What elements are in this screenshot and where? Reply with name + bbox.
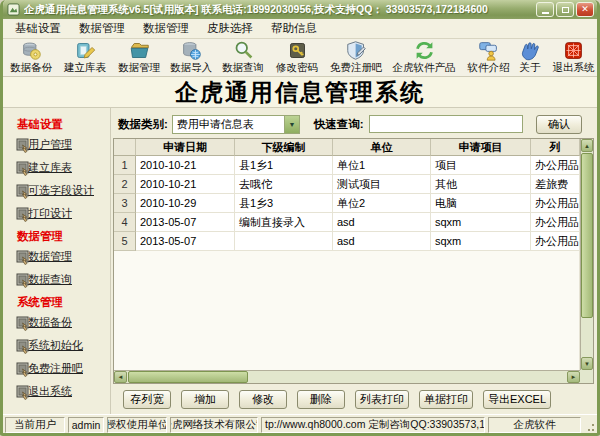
table-row[interactable]: 42013-05-07编制直接录入asdsqxm办公用品 — [114, 213, 580, 232]
sidebar-item-系统初始化[interactable]: 系统初始化 — [16, 334, 110, 357]
table-cell: 单位1 — [333, 156, 431, 175]
menu-item-2[interactable]: 数据管理 — [70, 19, 134, 38]
chevron-down-icon[interactable]: ▼ — [284, 116, 299, 133]
search-icon — [233, 40, 254, 61]
create-table-icon — [75, 40, 96, 61]
action-button-存列宽[interactable]: 存列宽 — [123, 390, 171, 409]
column-header[interactable]: 列 — [531, 139, 580, 156]
horizontal-scrollbar[interactable]: ◄ ► — [114, 370, 580, 383]
sidebar-item-label[interactable]: 数据管理 — [28, 249, 72, 264]
close-button[interactable]: ✕ — [576, 2, 594, 17]
table-row[interactable]: 12010-10-21县1乡1单位1项目办公用品 — [114, 156, 580, 175]
sidebar-item-建立库表[interactable]: 建立库表 — [16, 156, 110, 179]
sidebar-item-label[interactable]: 系统初始化 — [28, 338, 83, 353]
column-header[interactable] — [114, 139, 136, 156]
minimize-button[interactable] — [536, 2, 554, 17]
sidebar-item-label[interactable]: 建立库表 — [28, 160, 72, 175]
table-cell: 差旅费 — [531, 175, 580, 194]
table-cell: 2010-10-21 — [136, 156, 235, 175]
grid-table: 申请日期下级编制单位申请项目列12010-10-21县1乡1单位1项目办公用品2… — [114, 139, 580, 370]
app-window: 企虎通用信息管理系统v6.5[试用版本] 联系电话:18992030956,技术… — [0, 0, 600, 436]
action-button-单据打印[interactable]: 单据打印 — [419, 390, 473, 409]
scroll-up-icon[interactable]: ▲ — [581, 139, 593, 152]
sidebar-item-label[interactable]: 免费注册吧 — [28, 361, 83, 376]
horizontal-scroll-thumb[interactable] — [128, 371, 248, 383]
table-cell: sqxm — [431, 232, 531, 251]
sidebar-item-label[interactable]: 可选字段设计 — [28, 183, 94, 198]
sidebar-item-label[interactable]: 用户管理 — [28, 137, 72, 152]
vertical-scrollbar[interactable]: ▲ ▼ — [580, 139, 593, 370]
sidebar-item-数据查询[interactable]: 数据查询 — [16, 268, 110, 291]
confirm-button[interactable]: 确认 — [536, 115, 582, 134]
status-cell-2: admin — [68, 417, 104, 433]
table-cell: 测试项目 — [333, 175, 431, 194]
banner: 企虎通用信息管理系统 — [3, 77, 597, 108]
hand-click-icon — [16, 272, 28, 288]
vertical-scroll-thumb[interactable] — [581, 153, 593, 318]
sidebar-item-label[interactable]: 数据备份 — [28, 315, 72, 330]
action-button-导出EXCEL[interactable]: 导出EXCEL — [483, 390, 551, 409]
menu-item-1[interactable]: 基础设置 — [6, 19, 70, 38]
toolbar-button-create-table[interactable]: 建立库表 — [59, 40, 111, 75]
sidebar-item-label[interactable]: 打印设计 — [28, 206, 72, 221]
toolbar-button-search[interactable]: 数据查询 — [217, 40, 269, 75]
table-cell: 办公用品 — [531, 213, 580, 232]
toolbar-button-register-shield[interactable]: 免费注册吧 — [325, 40, 388, 75]
table-row[interactable]: 32010-10-29县1乡3单位2电脑办公用品 — [114, 194, 580, 213]
toolbar-button-exit[interactable]: 退出系统 — [548, 40, 600, 75]
data-grid: 申请日期下级编制单位申请项目列12010-10-21县1乡1单位1项目办公用品2… — [113, 138, 594, 384]
toolbar-button-folder-manage[interactable]: 数据管理 — [113, 40, 165, 75]
column-header[interactable]: 申请日期 — [136, 139, 235, 156]
scroll-left-icon[interactable]: ◄ — [114, 371, 127, 383]
table-cell: 县1乡3 — [235, 194, 333, 213]
menu-item-5[interactable]: 帮助信息 — [262, 19, 326, 38]
action-button-修改[interactable]: 修改 — [239, 390, 287, 409]
menu-item-4[interactable]: 皮肤选择 — [198, 19, 262, 38]
toolbar-button-label: 退出系统 — [553, 61, 595, 75]
toolbar-button-key-password[interactable]: 修改密码 — [271, 40, 323, 75]
maximize-button[interactable] — [556, 2, 574, 17]
category-select[interactable]: 费用申请信息表 ▼ — [172, 115, 300, 134]
sidebar: 基础设置用户管理建立库表可选字段设计打印设计数据管理数据管理数据查询系统管理数据… — [3, 108, 111, 414]
table-cell: asd — [333, 213, 431, 232]
table-cell: 3 — [114, 194, 136, 213]
toolbar-button-about-hand[interactable]: 关于 — [515, 40, 546, 75]
status-cell-1: 当前用户 — [5, 417, 65, 433]
toolbar-button-chat-intro[interactable]: 软件介绍 — [463, 40, 515, 75]
scroll-right-icon[interactable]: ► — [567, 371, 580, 383]
action-button-增加[interactable]: 增加 — [181, 390, 229, 409]
table-row[interactable]: 22010-10-21去哦佗测试项目其他差旅费 — [114, 175, 580, 194]
title-bar[interactable]: 企虎通用信息管理系统v6.5[试用版本] 联系电话:18992030956,技术… — [3, 0, 597, 19]
action-button-列表打印[interactable]: 列表打印 — [355, 390, 409, 409]
sidebar-item-label[interactable]: 数据查询 — [28, 272, 72, 287]
toolbar-button-data-import[interactable]: 数据导入 — [165, 40, 217, 75]
sidebar-item-打印设计[interactable]: 打印设计 — [16, 202, 110, 225]
sidebar-item-免费注册吧[interactable]: 免费注册吧 — [16, 357, 110, 380]
menu-item-3[interactable]: 数据管理 — [134, 19, 198, 38]
table-cell — [235, 232, 333, 251]
column-header[interactable]: 申请项目 — [431, 139, 531, 156]
sidebar-item-数据管理[interactable]: 数据管理 — [16, 245, 110, 268]
search-input[interactable] — [369, 115, 523, 133]
sidebar-item-label[interactable]: 退出系统 — [28, 384, 72, 399]
toolbar-button-label: 数据查询 — [222, 61, 264, 75]
resize-grip[interactable] — [585, 418, 595, 432]
sidebar-item-可选字段设计[interactable]: 可选字段设计 — [16, 179, 110, 202]
category-label: 数据类别: — [118, 117, 168, 132]
column-header[interactable]: 单位 — [333, 139, 431, 156]
toolbar-button-products-refresh[interactable]: 企虎软件产品 — [388, 40, 461, 75]
sidebar-item-用户管理[interactable]: 用户管理 — [16, 133, 110, 156]
sidebar-item-退出系统[interactable]: 退出系统 — [16, 380, 110, 403]
table-row[interactable]: 52013-05-07asdsqxm办公用品 — [114, 232, 580, 251]
table-cell: 办公用品 — [531, 156, 580, 175]
table-cell: 办公用品 — [531, 194, 580, 213]
menu-bar: 基础设置数据管理数据管理皮肤选择帮助信息 — [3, 19, 597, 39]
action-button-删除[interactable]: 删除 — [297, 390, 345, 409]
status-cell-6: 企虎软件 — [488, 417, 581, 433]
toolbar-button-label: 数据导入 — [170, 61, 212, 75]
sidebar-item-数据备份[interactable]: 数据备份 — [16, 311, 110, 334]
scroll-down-icon[interactable]: ▼ — [581, 357, 593, 370]
toolbar-button-database-backup[interactable]: 数据备份 — [5, 40, 57, 75]
data-import-icon — [181, 40, 202, 61]
column-header[interactable]: 下级编制 — [235, 139, 333, 156]
